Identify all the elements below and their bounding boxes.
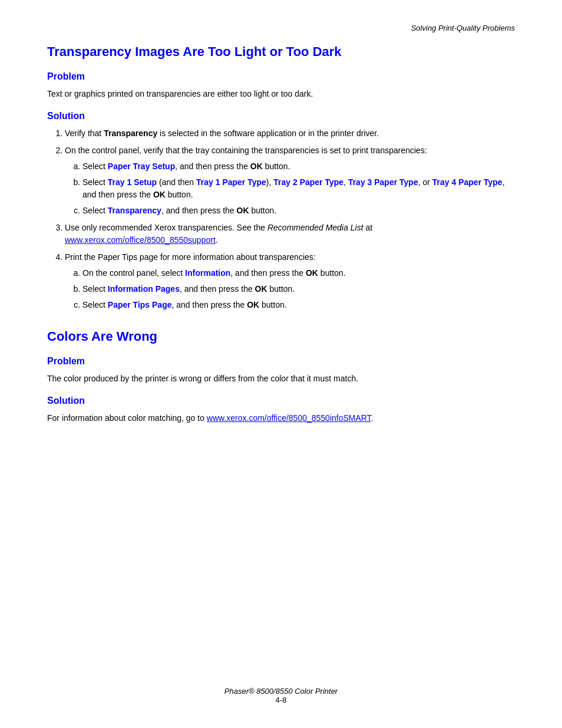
step2c-blue: Transparency — [108, 206, 161, 215]
step2b-blue2: Tray 1 Paper Type — [196, 177, 266, 187]
step2b: Select Tray 1 Setup (and then Tray 1 Pap… — [82, 176, 515, 201]
step4a-ok: OK — [306, 268, 318, 278]
step2a-ok: OK — [250, 162, 263, 171]
footer-product: Phaser® 8500/8550 Color Printer — [0, 687, 562, 696]
section2-solution-label: Solution — [47, 396, 515, 406]
step1-text-after: is selected in the software application … — [157, 129, 379, 138]
step2b-blue5: Tray 4 Paper Type — [432, 177, 503, 187]
section1-solution-label: Solution — [47, 111, 515, 121]
step4c: Select Paper Tips Page, and then press t… — [82, 299, 515, 311]
page: Solving Print-Quality Problems Transpare… — [0, 0, 562, 728]
step3-italic: Recommended Media List — [267, 223, 363, 232]
section2-title: Colors Are Wrong — [47, 329, 515, 344]
section2-solution-before: For information about color matching, go… — [47, 413, 207, 423]
footer-page: 4-8 — [0, 696, 562, 704]
step2c: Select Transparency, and then press the … — [82, 205, 515, 217]
running-header: Solving Print-Quality Problems — [47, 24, 515, 32]
step4a-blue: Information — [185, 268, 230, 278]
step2b-blue1: Tray 1 Setup — [108, 177, 157, 187]
step2b-blue4: Tray 3 Paper Type — [348, 177, 418, 187]
step1-text-before: Verify that — [65, 129, 104, 138]
step4b-blue: Information Pages — [108, 284, 180, 294]
footer: Phaser® 8500/8550 Color Printer 4-8 — [0, 687, 562, 704]
step4a: On the control panel, select Information… — [82, 267, 515, 279]
step4c-ok: OK — [247, 300, 259, 309]
section1-title: Transparency Images Are Too Light or Too… — [47, 44, 515, 60]
section2-solution-after: . — [371, 413, 373, 423]
step-2: On the control panel, verify that the tr… — [65, 144, 515, 217]
step2c-ok: OK — [237, 206, 249, 215]
step2a-blue: Paper Tray Setup — [108, 162, 175, 171]
step-3: Use only recommended Xerox transparencie… — [65, 222, 515, 246]
section2-divider: Colors Are Wrong — [47, 329, 515, 344]
step4c-blue: Paper Tips Page — [108, 300, 172, 309]
step2-text: On the control panel, verify that the tr… — [65, 146, 427, 155]
step4b: Select Information Pages, and then press… — [82, 283, 515, 295]
step1-bold: Transparency — [104, 129, 157, 138]
running-title: Solving Print-Quality Problems — [411, 24, 515, 32]
step4b-ok: OK — [255, 284, 267, 294]
section2-problem-text: The color produced by the printer is wro… — [47, 373, 515, 385]
step2-sub-list: Select Paper Tray Setup, and then press … — [82, 160, 515, 217]
section1-steps: Verify that Transparency is selected in … — [65, 127, 515, 311]
step2a: Select Paper Tray Setup, and then press … — [82, 160, 515, 173]
section1-problem-text: Text or graphics printed on transparenci… — [47, 88, 515, 100]
step2b-ok: OK — [153, 190, 166, 199]
step4-sub-list: On the control panel, select Information… — [82, 267, 515, 311]
section2-solution-link[interactable]: www.xerox.com/office/8500_8550infoSMART — [207, 413, 371, 423]
step3-link[interactable]: www.xerox.com/office/8500_8550support — [65, 235, 216, 245]
step-4: Print the Paper Tips page for more infor… — [65, 251, 515, 311]
step-1: Verify that Transparency is selected in … — [65, 127, 515, 140]
section2-solution-text: For information about color matching, go… — [47, 412, 515, 424]
section1-problem-label: Problem — [47, 71, 515, 82]
section2-problem-label: Problem — [47, 356, 515, 367]
step2b-blue3: Tray 2 Paper Type — [273, 177, 343, 187]
